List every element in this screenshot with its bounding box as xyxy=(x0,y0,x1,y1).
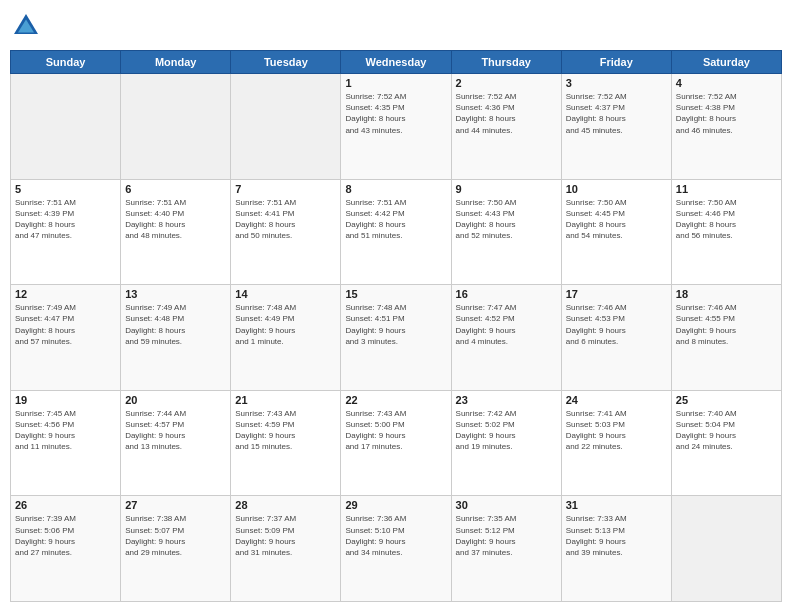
calendar-table: SundayMondayTuesdayWednesdayThursdayFrid… xyxy=(10,50,782,602)
day-number: 14 xyxy=(235,288,336,300)
day-number: 31 xyxy=(566,499,667,511)
day-number: 25 xyxy=(676,394,777,406)
day-number: 27 xyxy=(125,499,226,511)
week-row-2: 12Sunrise: 7:49 AM Sunset: 4:47 PM Dayli… xyxy=(11,285,782,391)
calendar-cell: 22Sunrise: 7:43 AM Sunset: 5:00 PM Dayli… xyxy=(341,390,451,496)
calendar-cell: 6Sunrise: 7:51 AM Sunset: 4:40 PM Daylig… xyxy=(121,179,231,285)
day-info: Sunrise: 7:46 AM Sunset: 4:55 PM Dayligh… xyxy=(676,302,777,347)
day-info: Sunrise: 7:33 AM Sunset: 5:13 PM Dayligh… xyxy=(566,513,667,558)
calendar-cell: 20Sunrise: 7:44 AM Sunset: 4:57 PM Dayli… xyxy=(121,390,231,496)
day-info: Sunrise: 7:46 AM Sunset: 4:53 PM Dayligh… xyxy=(566,302,667,347)
calendar-cell: 28Sunrise: 7:37 AM Sunset: 5:09 PM Dayli… xyxy=(231,496,341,602)
calendar-cell: 10Sunrise: 7:50 AM Sunset: 4:45 PM Dayli… xyxy=(561,179,671,285)
weekday-header-monday: Monday xyxy=(121,51,231,74)
day-number: 18 xyxy=(676,288,777,300)
calendar-cell: 7Sunrise: 7:51 AM Sunset: 4:41 PM Daylig… xyxy=(231,179,341,285)
day-info: Sunrise: 7:37 AM Sunset: 5:09 PM Dayligh… xyxy=(235,513,336,558)
day-info: Sunrise: 7:52 AM Sunset: 4:35 PM Dayligh… xyxy=(345,91,446,136)
day-info: Sunrise: 7:51 AM Sunset: 4:42 PM Dayligh… xyxy=(345,197,446,242)
day-number: 3 xyxy=(566,77,667,89)
calendar-cell: 17Sunrise: 7:46 AM Sunset: 4:53 PM Dayli… xyxy=(561,285,671,391)
day-number: 19 xyxy=(15,394,116,406)
calendar-cell: 11Sunrise: 7:50 AM Sunset: 4:46 PM Dayli… xyxy=(671,179,781,285)
day-info: Sunrise: 7:42 AM Sunset: 5:02 PM Dayligh… xyxy=(456,408,557,453)
calendar-cell xyxy=(671,496,781,602)
day-number: 11 xyxy=(676,183,777,195)
day-number: 29 xyxy=(345,499,446,511)
calendar-cell: 31Sunrise: 7:33 AM Sunset: 5:13 PM Dayli… xyxy=(561,496,671,602)
logo-icon xyxy=(10,10,42,42)
calendar-cell: 1Sunrise: 7:52 AM Sunset: 4:35 PM Daylig… xyxy=(341,74,451,180)
day-number: 20 xyxy=(125,394,226,406)
day-number: 15 xyxy=(345,288,446,300)
day-info: Sunrise: 7:51 AM Sunset: 4:40 PM Dayligh… xyxy=(125,197,226,242)
calendar-cell: 4Sunrise: 7:52 AM Sunset: 4:38 PM Daylig… xyxy=(671,74,781,180)
calendar-cell: 23Sunrise: 7:42 AM Sunset: 5:02 PM Dayli… xyxy=(451,390,561,496)
day-info: Sunrise: 7:43 AM Sunset: 4:59 PM Dayligh… xyxy=(235,408,336,453)
day-info: Sunrise: 7:35 AM Sunset: 5:12 PM Dayligh… xyxy=(456,513,557,558)
calendar-cell: 25Sunrise: 7:40 AM Sunset: 5:04 PM Dayli… xyxy=(671,390,781,496)
day-number: 22 xyxy=(345,394,446,406)
day-number: 5 xyxy=(15,183,116,195)
day-info: Sunrise: 7:51 AM Sunset: 4:41 PM Dayligh… xyxy=(235,197,336,242)
day-number: 13 xyxy=(125,288,226,300)
day-info: Sunrise: 7:38 AM Sunset: 5:07 PM Dayligh… xyxy=(125,513,226,558)
day-info: Sunrise: 7:50 AM Sunset: 4:43 PM Dayligh… xyxy=(456,197,557,242)
day-number: 7 xyxy=(235,183,336,195)
calendar-cell: 3Sunrise: 7:52 AM Sunset: 4:37 PM Daylig… xyxy=(561,74,671,180)
day-number: 9 xyxy=(456,183,557,195)
calendar-cell: 14Sunrise: 7:48 AM Sunset: 4:49 PM Dayli… xyxy=(231,285,341,391)
week-row-3: 19Sunrise: 7:45 AM Sunset: 4:56 PM Dayli… xyxy=(11,390,782,496)
day-info: Sunrise: 7:36 AM Sunset: 5:10 PM Dayligh… xyxy=(345,513,446,558)
weekday-header-wednesday: Wednesday xyxy=(341,51,451,74)
day-number: 2 xyxy=(456,77,557,89)
calendar-cell xyxy=(121,74,231,180)
calendar-cell: 15Sunrise: 7:48 AM Sunset: 4:51 PM Dayli… xyxy=(341,285,451,391)
day-info: Sunrise: 7:39 AM Sunset: 5:06 PM Dayligh… xyxy=(15,513,116,558)
day-info: Sunrise: 7:48 AM Sunset: 4:49 PM Dayligh… xyxy=(235,302,336,347)
weekday-header-friday: Friday xyxy=(561,51,671,74)
day-number: 1 xyxy=(345,77,446,89)
calendar-cell: 26Sunrise: 7:39 AM Sunset: 5:06 PM Dayli… xyxy=(11,496,121,602)
calendar-cell: 12Sunrise: 7:49 AM Sunset: 4:47 PM Dayli… xyxy=(11,285,121,391)
calendar-cell xyxy=(11,74,121,180)
day-info: Sunrise: 7:41 AM Sunset: 5:03 PM Dayligh… xyxy=(566,408,667,453)
calendar-header: SundayMondayTuesdayWednesdayThursdayFrid… xyxy=(11,51,782,74)
logo xyxy=(10,10,46,42)
day-number: 4 xyxy=(676,77,777,89)
day-number: 10 xyxy=(566,183,667,195)
calendar-cell: 13Sunrise: 7:49 AM Sunset: 4:48 PM Dayli… xyxy=(121,285,231,391)
day-info: Sunrise: 7:48 AM Sunset: 4:51 PM Dayligh… xyxy=(345,302,446,347)
weekday-header-thursday: Thursday xyxy=(451,51,561,74)
day-info: Sunrise: 7:44 AM Sunset: 4:57 PM Dayligh… xyxy=(125,408,226,453)
day-number: 28 xyxy=(235,499,336,511)
day-info: Sunrise: 7:49 AM Sunset: 4:48 PM Dayligh… xyxy=(125,302,226,347)
day-info: Sunrise: 7:50 AM Sunset: 4:45 PM Dayligh… xyxy=(566,197,667,242)
calendar-cell: 24Sunrise: 7:41 AM Sunset: 5:03 PM Dayli… xyxy=(561,390,671,496)
page: SundayMondayTuesdayWednesdayThursdayFrid… xyxy=(0,0,792,612)
day-info: Sunrise: 7:52 AM Sunset: 4:36 PM Dayligh… xyxy=(456,91,557,136)
day-number: 24 xyxy=(566,394,667,406)
day-number: 21 xyxy=(235,394,336,406)
day-number: 17 xyxy=(566,288,667,300)
header xyxy=(10,10,782,42)
day-number: 8 xyxy=(345,183,446,195)
calendar-cell: 8Sunrise: 7:51 AM Sunset: 4:42 PM Daylig… xyxy=(341,179,451,285)
calendar-cell: 19Sunrise: 7:45 AM Sunset: 4:56 PM Dayli… xyxy=(11,390,121,496)
day-number: 6 xyxy=(125,183,226,195)
calendar-cell: 18Sunrise: 7:46 AM Sunset: 4:55 PM Dayli… xyxy=(671,285,781,391)
week-row-4: 26Sunrise: 7:39 AM Sunset: 5:06 PM Dayli… xyxy=(11,496,782,602)
day-info: Sunrise: 7:43 AM Sunset: 5:00 PM Dayligh… xyxy=(345,408,446,453)
weekday-header-sunday: Sunday xyxy=(11,51,121,74)
calendar-cell: 16Sunrise: 7:47 AM Sunset: 4:52 PM Dayli… xyxy=(451,285,561,391)
calendar-cell: 5Sunrise: 7:51 AM Sunset: 4:39 PM Daylig… xyxy=(11,179,121,285)
day-number: 12 xyxy=(15,288,116,300)
weekday-row: SundayMondayTuesdayWednesdayThursdayFrid… xyxy=(11,51,782,74)
day-info: Sunrise: 7:50 AM Sunset: 4:46 PM Dayligh… xyxy=(676,197,777,242)
weekday-header-saturday: Saturday xyxy=(671,51,781,74)
calendar-cell: 2Sunrise: 7:52 AM Sunset: 4:36 PM Daylig… xyxy=(451,74,561,180)
calendar-cell: 9Sunrise: 7:50 AM Sunset: 4:43 PM Daylig… xyxy=(451,179,561,285)
calendar-cell: 21Sunrise: 7:43 AM Sunset: 4:59 PM Dayli… xyxy=(231,390,341,496)
day-info: Sunrise: 7:40 AM Sunset: 5:04 PM Dayligh… xyxy=(676,408,777,453)
week-row-0: 1Sunrise: 7:52 AM Sunset: 4:35 PM Daylig… xyxy=(11,74,782,180)
